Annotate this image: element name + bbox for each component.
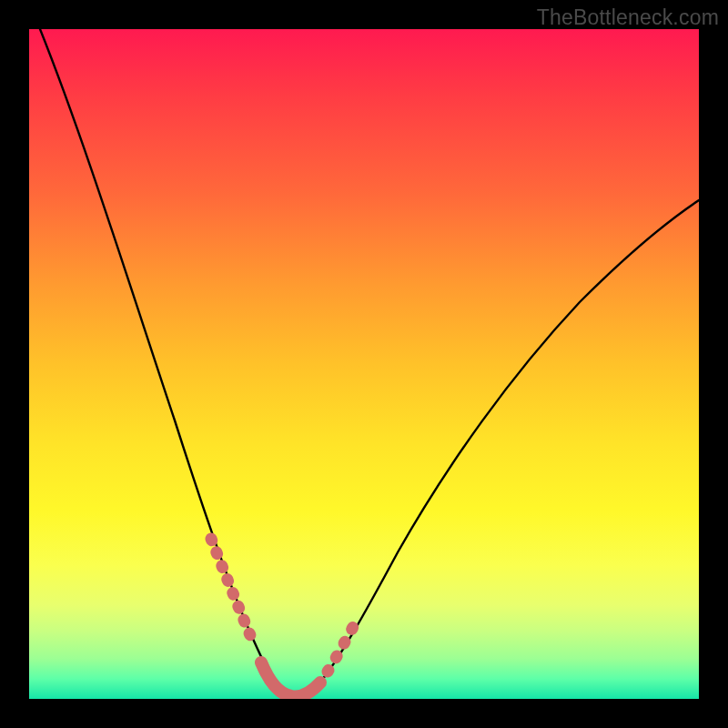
bottleneck-curve (40, 29, 699, 697)
highlight-left-dash (211, 539, 255, 646)
chart-stage: TheBottleneck.com (0, 0, 728, 728)
curve-layer (29, 29, 699, 699)
watermark-text: TheBottleneck.com (537, 5, 719, 30)
plot-area (29, 29, 699, 699)
highlight-bottom (261, 662, 320, 696)
highlight-right-dash (328, 617, 359, 672)
